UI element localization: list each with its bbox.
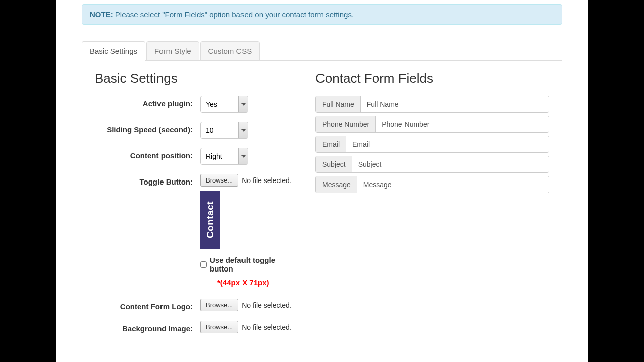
col-right: Contact Form Fields Full Name Phone Numb…: [315, 71, 549, 343]
input-email[interactable]: [346, 136, 549, 152]
browse-background[interactable]: Browse...: [200, 321, 238, 333]
field-row-email: Email: [315, 136, 549, 153]
select-content-position[interactable]: [200, 148, 248, 165]
field-label-fullname: Full Name: [316, 96, 361, 112]
label-sliding-speed: Sliding Speed (second):: [95, 122, 200, 138]
section-title-basic: Basic Settings: [95, 71, 295, 86]
label-content-form-logo: Content Form Logo:: [95, 299, 200, 315]
note-banner: NOTE: Please select "Form Fields" option…: [82, 4, 562, 25]
input-message[interactable]: [357, 176, 549, 193]
browse-content-logo[interactable]: Browse...: [200, 299, 238, 311]
tabs: Basic Settings Form Style Custom CSS: [82, 41, 562, 61]
field-label-message: Message: [316, 176, 357, 193]
select-active-plugin[interactable]: [200, 96, 248, 113]
toggle-button-preview: Contact: [200, 191, 220, 249]
file-status-background: No file selected.: [242, 323, 292, 331]
select-sliding-speed[interactable]: [200, 122, 248, 139]
note-text: Please select "Form Fields" option based…: [113, 10, 354, 19]
input-phone[interactable]: [376, 116, 549, 132]
toggle-preview-text: Contact: [205, 201, 216, 238]
field-label-subject: Subject: [316, 156, 352, 172]
panel-basic-settings: Basic Settings Active plugin: Sliding Sp…: [82, 61, 562, 358]
field-row-subject: Subject: [315, 156, 549, 173]
file-status-toggle: No file selected.: [242, 176, 292, 185]
section-title-fields: Contact Form Fields: [315, 71, 549, 86]
input-fullname[interactable]: [361, 96, 549, 112]
tab-form-style[interactable]: Form Style: [146, 41, 199, 61]
note-prefix: NOTE:: [90, 10, 113, 19]
field-label-email: Email: [316, 136, 346, 152]
col-left: Basic Settings Active plugin: Sliding Sp…: [95, 71, 295, 343]
label-toggle-button: Toggle Button:: [95, 174, 200, 190]
tab-basic-settings[interactable]: Basic Settings: [82, 41, 145, 61]
label-background-image: Background Image:: [95, 321, 200, 337]
label-content-position: Content position:: [95, 148, 200, 164]
field-row-phone: Phone Number: [315, 116, 549, 133]
checkbox-default-toggle[interactable]: [200, 261, 207, 268]
size-hint: *(44px X 71px): [217, 278, 295, 287]
label-default-toggle: Use default toggle button: [210, 256, 295, 273]
file-status-logo: No file selected.: [242, 301, 292, 309]
input-subject[interactable]: [352, 156, 549, 172]
tab-custom-css[interactable]: Custom CSS: [200, 41, 260, 61]
label-active-plugin: Active plugin:: [95, 96, 200, 112]
browse-toggle-button[interactable]: Browse...: [200, 174, 238, 187]
field-label-phone: Phone Number: [316, 116, 376, 132]
field-row-message: Message: [315, 176, 549, 193]
field-row-fullname: Full Name: [315, 96, 549, 113]
